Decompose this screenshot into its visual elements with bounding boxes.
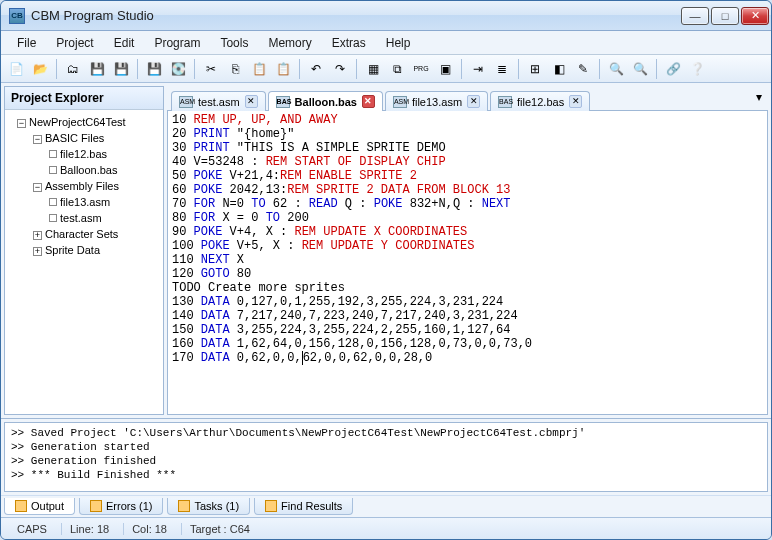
code-line[interactable]: 10 REM UP, UP, AND AWAY <box>172 113 763 127</box>
tree-item-balloon-bas[interactable]: Balloon.bas <box>7 162 161 178</box>
find-icon[interactable]: 🔍 <box>605 58 627 80</box>
code-line[interactable]: 130 DATA 0,127,0,1,255,192,3,255,224,3,2… <box>172 295 763 309</box>
file-icon: ASM <box>393 96 407 108</box>
save-icon[interactable]: 💾 <box>86 58 108 80</box>
link-icon[interactable]: 🔗 <box>662 58 684 80</box>
code-line[interactable]: TODO Create more sprites <box>172 281 763 295</box>
toolbar-separator <box>356 59 357 79</box>
output-tab-label: Errors (1) <box>106 500 152 512</box>
copy-icon[interactable]: ⎘ <box>224 58 246 80</box>
tree-group-basic-files[interactable]: −BASIC Files <box>7 130 161 146</box>
tab-file13-asm[interactable]: ASMfile13.asm✕ <box>385 91 488 111</box>
menu-edit[interactable]: Edit <box>104 33 145 53</box>
open-icon[interactable]: 📂 <box>29 58 51 80</box>
menu-file[interactable]: File <box>7 33 46 53</box>
redo-icon[interactable]: ↷ <box>329 58 351 80</box>
undo-icon[interactable]: ↶ <box>305 58 327 80</box>
tree-group-sprite-data[interactable]: +Sprite Data <box>7 242 161 258</box>
output-tab-output[interactable]: Output <box>4 498 75 515</box>
output-tabs: OutputErrors (1)Tasks (1)Find Results <box>1 495 771 517</box>
char-icon[interactable]: ◧ <box>548 58 570 80</box>
code-line[interactable]: 160 DATA 1,62,64,0,156,128,0,156,128,0,7… <box>172 337 763 351</box>
compile-icon[interactable]: ▦ <box>362 58 384 80</box>
menu-project[interactable]: Project <box>46 33 103 53</box>
output-tab-label: Output <box>31 500 64 512</box>
editor-tabs: ASMtest.asm✕BASBalloon.bas✕ASMfile13.asm… <box>167 86 768 110</box>
console-output[interactable]: >> Saved Project 'C:\Users\Arthur\Docume… <box>4 422 768 492</box>
code-line[interactable]: 60 POKE 2042,13:REM SPRITE 2 DATA FROM B… <box>172 183 763 197</box>
tab-label: test.asm <box>198 96 240 108</box>
tab-icon <box>178 500 190 512</box>
code-editor[interactable]: 10 REM UP, UP, AND AWAY20 PRINT "{home}"… <box>167 110 768 415</box>
close-icon[interactable]: ✕ <box>362 95 375 108</box>
file-icon: BAS <box>276 96 290 108</box>
toolbar-separator <box>299 59 300 79</box>
output-tab-label: Find Results <box>281 500 342 512</box>
tree-group-character-sets[interactable]: +Character Sets <box>7 226 161 242</box>
list-icon[interactable]: ≣ <box>491 58 513 80</box>
picker-icon[interactable]: ✎ <box>572 58 594 80</box>
tab-balloon-bas[interactable]: BASBalloon.bas✕ <box>268 91 383 111</box>
build-prg-icon[interactable]: PRG <box>410 58 432 80</box>
minimize-button[interactable]: — <box>681 7 709 25</box>
code-line[interactable]: 30 PRINT "THIS IS A SIMPLE SPRITE DEMO <box>172 141 763 155</box>
output-tab-tasks[interactable]: Tasks (1) <box>167 498 250 515</box>
cut-icon[interactable]: ✂ <box>200 58 222 80</box>
tab-file12-bas[interactable]: BASfile12.bas✕ <box>490 91 590 111</box>
project-tree[interactable]: −NewProjectC64Test−BASIC Filesfile12.bas… <box>5 110 163 414</box>
menu-tools[interactable]: Tools <box>210 33 258 53</box>
tree-item-file12-bas[interactable]: file12.bas <box>7 146 161 162</box>
status-col: Col: 18 <box>123 523 175 535</box>
close-icon[interactable]: ✕ <box>569 95 582 108</box>
menu-program[interactable]: Program <box>144 33 210 53</box>
status-caps: CAPS <box>9 523 55 535</box>
tree-root[interactable]: −NewProjectC64Test <box>7 114 161 130</box>
code-line[interactable]: 80 FOR X = 0 TO 200 <box>172 211 763 225</box>
code-line[interactable]: 20 PRINT "{home}" <box>172 127 763 141</box>
clip-icon[interactable]: 📋 <box>272 58 294 80</box>
code-line[interactable]: 100 POKE V+5, X : REM UPDATE Y COORDINAT… <box>172 239 763 253</box>
menu-extras[interactable]: Extras <box>322 33 376 53</box>
grid-icon[interactable]: ⊞ <box>524 58 546 80</box>
run-icon[interactable]: ▣ <box>434 58 456 80</box>
output-tab-errors[interactable]: Errors (1) <box>79 498 163 515</box>
code-line[interactable]: 140 DATA 7,217,240,7,223,240,7,217,240,3… <box>172 309 763 323</box>
new-icon[interactable]: 📄 <box>5 58 27 80</box>
toolbar-separator <box>56 59 57 79</box>
build-icon[interactable]: ⧉ <box>386 58 408 80</box>
tab-test-asm[interactable]: ASMtest.asm✕ <box>171 91 266 111</box>
app-icon: CB <box>9 8 25 24</box>
code-line[interactable]: 90 POKE V+4, X : REM UPDATE X COORDINATE… <box>172 225 763 239</box>
code-line[interactable]: 70 FOR N=0 TO 62 : READ Q : POKE 832+N,Q… <box>172 197 763 211</box>
output-tab-label: Tasks (1) <box>194 500 239 512</box>
save-as-icon[interactable]: 💾 <box>110 58 132 80</box>
tree-item-file13-asm[interactable]: file13.asm <box>7 194 161 210</box>
maximize-button[interactable]: □ <box>711 7 739 25</box>
close-button[interactable]: ✕ <box>741 7 769 25</box>
code-line[interactable]: 170 DATA 0,62,0,0,62,0,0,62,0,0,28,0 <box>172 351 763 365</box>
toolbar-separator <box>461 59 462 79</box>
replace-icon[interactable]: 🔍 <box>629 58 651 80</box>
code-line[interactable]: 50 POKE V+21,4:REM ENABLE SPRITE 2 <box>172 169 763 183</box>
save-all-icon[interactable]: 🗂 <box>62 58 84 80</box>
status-line: Line: 18 <box>61 523 117 535</box>
menu-memory[interactable]: Memory <box>258 33 321 53</box>
tab-icon <box>265 500 277 512</box>
tab-overflow-icon[interactable]: ▾ <box>756 90 762 104</box>
disk-icon[interactable]: 💽 <box>167 58 189 80</box>
tree-group-assembly-files[interactable]: −Assembly Files <box>7 178 161 194</box>
close-icon[interactable]: ✕ <box>467 95 480 108</box>
menu-help[interactable]: Help <box>376 33 421 53</box>
output-tab-find[interactable]: Find Results <box>254 498 353 515</box>
code-line[interactable]: 120 GOTO 80 <box>172 267 763 281</box>
paste-icon[interactable]: 📋 <box>248 58 270 80</box>
code-line[interactable]: 40 V=53248 : REM START OF DISPLAY CHIP <box>172 155 763 169</box>
toolbar-separator <box>599 59 600 79</box>
tree-item-test-asm[interactable]: test.asm <box>7 210 161 226</box>
code-line[interactable]: 110 NEXT X <box>172 253 763 267</box>
floppy-icon[interactable]: 💾 <box>143 58 165 80</box>
close-icon[interactable]: ✕ <box>245 95 258 108</box>
indent-icon[interactable]: ⇥ <box>467 58 489 80</box>
help-icon[interactable]: ❔ <box>686 58 708 80</box>
code-line[interactable]: 150 DATA 3,255,224,3,255,224,2,255,160,1… <box>172 323 763 337</box>
